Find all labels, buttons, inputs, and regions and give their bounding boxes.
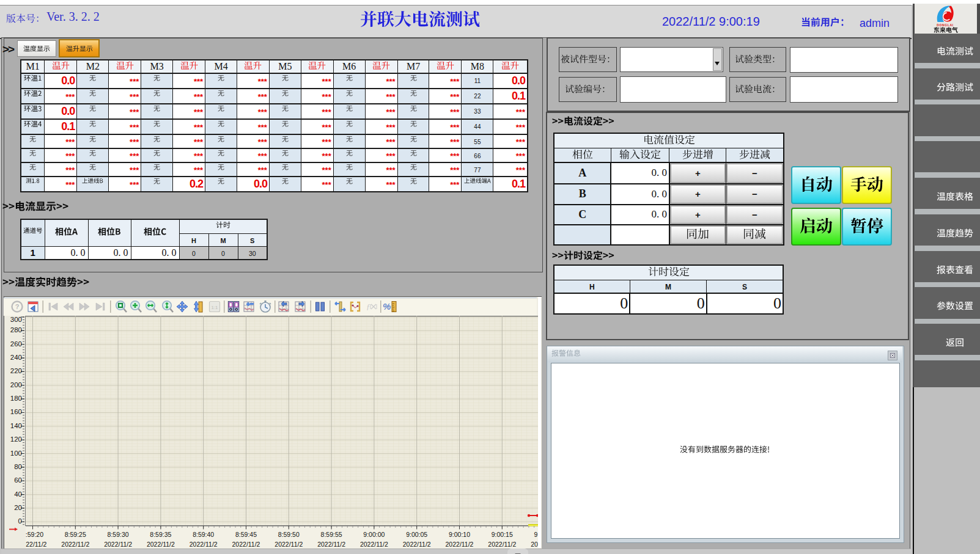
svg-text:ƒ: ƒ — [366, 302, 370, 311]
svg-text:?: ? — [15, 303, 20, 310]
svg-text:%: % — [383, 301, 391, 312]
svg-text:1:1: 1:1 — [211, 305, 218, 310]
